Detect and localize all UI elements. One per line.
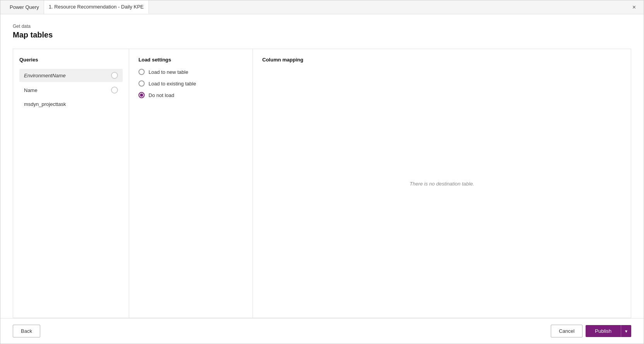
- radio-do-not-load[interactable]: Do not load: [138, 92, 243, 98]
- publish-button[interactable]: Publish: [586, 325, 621, 337]
- column-mapping-panel-title: Column mapping: [262, 57, 622, 63]
- page-title: Map tables: [13, 31, 631, 39]
- queries-panel: Queries EnvironmentName Name msdyn_proje…: [13, 49, 129, 318]
- query-item-label: EnvironmentName: [24, 73, 66, 78]
- no-destination-message: There is no destination table.: [410, 181, 474, 186]
- load-settings-panel: Load settings Load to new table Load to …: [129, 49, 253, 318]
- query-item-name[interactable]: Name: [19, 83, 123, 97]
- load-settings-panel-title: Load settings: [138, 57, 243, 63]
- title-bar: Power Query 1. Resource Recommendation -…: [0, 0, 644, 14]
- radio-label-do-not-load: Do not load: [149, 92, 174, 98]
- main-area: Queries EnvironmentName Name msdyn_proje…: [13, 49, 631, 318]
- radio-load-existing-table[interactable]: Load to existing table: [138, 80, 243, 87]
- footer: Back Cancel Publish ▾: [0, 318, 644, 344]
- publish-button-group: Publish ▾: [586, 325, 631, 337]
- radio-label-load-existing: Load to existing table: [149, 81, 196, 87]
- query-item-label: Name: [24, 87, 38, 93]
- footer-right: Cancel Publish ▾: [551, 325, 631, 337]
- query-indicator-icon: [111, 87, 118, 94]
- publish-dropdown-button[interactable]: ▾: [621, 325, 631, 337]
- title-tab-resource-recommendation[interactable]: 1. Resource Recommendation - Daily KPE: [44, 0, 149, 14]
- query-indicator-icon: [111, 72, 118, 79]
- main-window: Power Query 1. Resource Recommendation -…: [0, 0, 644, 344]
- queries-panel-title: Queries: [19, 57, 123, 63]
- query-item-environment-name[interactable]: EnvironmentName: [19, 69, 123, 82]
- radio-circle-load-new: [138, 69, 145, 75]
- query-item-msdyn[interactable]: msdyn_projecttask: [19, 98, 123, 110]
- main-content: Get data Map tables Queries EnvironmentN…: [0, 14, 644, 318]
- cancel-button[interactable]: Cancel: [551, 325, 583, 337]
- query-item-label: msdyn_projecttask: [24, 101, 66, 107]
- radio-circle-do-not-load: [138, 92, 145, 98]
- radio-load-new-table[interactable]: Load to new table: [138, 69, 243, 75]
- breadcrumb: Get data: [13, 24, 631, 29]
- title-tab-power-query[interactable]: Power Query: [5, 0, 44, 14]
- load-settings-radio-group: Load to new table Load to existing table…: [138, 69, 243, 98]
- radio-label-load-new: Load to new table: [149, 69, 188, 75]
- close-button[interactable]: ×: [629, 2, 639, 12]
- radio-circle-load-existing: [138, 80, 145, 87]
- column-mapping-panel: Column mapping There is no destination t…: [253, 49, 631, 318]
- back-button[interactable]: Back: [13, 325, 40, 337]
